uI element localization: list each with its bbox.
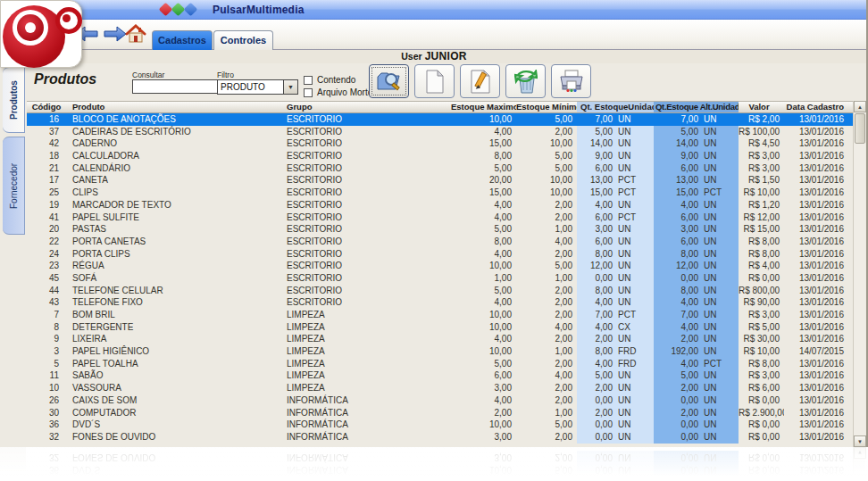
cell-qt-estoque-group: 7,00UN bbox=[577, 113, 654, 126]
print-button[interactable] bbox=[551, 64, 591, 98]
column-header-data-cadastro[interactable]: Data Cadastro bbox=[784, 102, 853, 112]
cell-grupo: ESCRITORIO bbox=[280, 113, 451, 126]
cell-qt-estoque: 14,00 bbox=[577, 137, 613, 150]
cell-qt-estoque-group: 8,00FRD bbox=[577, 345, 654, 358]
cell-qt-estoque-group: 0,00UN bbox=[577, 394, 654, 407]
table-row[interactable]: 37CADEIRAS DE ESCRITÓRIOESCRITORIO4,002,… bbox=[27, 126, 853, 138]
cell-qt-estoque: 15,00 bbox=[577, 187, 613, 199]
home-icon[interactable] bbox=[125, 24, 146, 44]
cell-estoque-maximo: 15,00 bbox=[451, 137, 516, 150]
filtro-dropdown-button[interactable]: ▼ bbox=[283, 80, 297, 94]
cell-grupo: LIMPEZA bbox=[280, 345, 451, 358]
table-row[interactable]: 22PORTA CANETASESCRITORIO8,004,006,00UN6… bbox=[27, 236, 853, 248]
table-row[interactable]: 45SOFÁESCRITORIO1,001,000,00UN0,00UNR$ 0… bbox=[27, 272, 853, 285]
column-header-valor[interactable]: Valor bbox=[739, 102, 784, 112]
cell-qt-estoque-group: 15,00PCT bbox=[577, 187, 654, 199]
cell-qt-estoque-group: 14,00UN bbox=[577, 137, 654, 150]
side-tab-produtos[interactable]: Produtos bbox=[3, 67, 25, 133]
cell-valor: R$ 100,00 bbox=[739, 126, 784, 138]
new-record-button[interactable] bbox=[414, 64, 455, 98]
table-row[interactable]: 44TELEFONE CELULARESCRITORIO5,002,008,00… bbox=[27, 285, 853, 297]
table-row[interactable]: 16BLOCO DE ANOTAÇÕESESCRITORIO10,005,007… bbox=[27, 113, 853, 126]
column-header-produto[interactable]: Produto bbox=[70, 102, 280, 112]
cell-codigo: 17 bbox=[27, 174, 70, 187]
cell-valor: R$ 2,00 bbox=[739, 113, 784, 126]
column-header-codigo[interactable]: Código bbox=[27, 102, 70, 112]
cell-estoque-minimo: 5,00 bbox=[516, 260, 577, 272]
consultar-input[interactable] bbox=[132, 79, 226, 94]
cell-data-cadastro: 13/01/2016 bbox=[784, 333, 853, 345]
cell-grupo: LIMPEZA bbox=[280, 333, 451, 345]
table-row[interactable]: 8DETERGENTELIMPEZA10,004,004,00CX4,00UNR… bbox=[27, 321, 853, 334]
table-row[interactable]: 41PAPEL SULFITEESCRITORIO4,002,006,00PCT… bbox=[27, 211, 853, 224]
table-row[interactable]: 36DVD´SINFORMÁTICA10,005,000,00UN0,00UNR… bbox=[27, 419, 853, 431]
table-row[interactable]: 9LIXEIRALIMPEZA4,002,002,00UN2,00UNR$ 30… bbox=[27, 333, 853, 345]
table-row[interactable]: 30COMPUTADORINFORMÁTICA2,001,002,00UN2,0… bbox=[27, 407, 853, 419]
table-row[interactable]: 23RÉGUAESCRITORIO10,005,0012,00UN12,00UN… bbox=[27, 260, 853, 272]
column-header-estoque-maximo[interactable]: Estoque Maximo bbox=[451, 102, 516, 112]
cell-unidade-2: UN bbox=[698, 296, 716, 309]
scroll-down-button[interactable]: ▼ bbox=[854, 435, 866, 447]
table-row[interactable]: 42CADERNOESCRITORIO15,0010,0014,00UN14,0… bbox=[27, 137, 853, 150]
cell-qt-estoque-alt: 4,00 bbox=[654, 321, 698, 334]
table-row[interactable]: 3PAPEL HIGIÊNICOLIMPEZA10,001,008,00FRD1… bbox=[27, 345, 853, 358]
contendo-checkbox[interactable] bbox=[304, 76, 313, 85]
cell-data-cadastro: 14/07/2015 bbox=[784, 345, 853, 358]
arquivo-morto-checkbox[interactable] bbox=[304, 88, 313, 97]
column-header-qt-estoque-alt-group[interactable]: Qt.Estoque Alt. Unidade bbox=[654, 102, 739, 112]
search-button[interactable] bbox=[369, 64, 409, 98]
table-row[interactable]: 10VASSOURALIMPEZA3,002,002,00UN2,00UNR$ … bbox=[27, 382, 853, 394]
table-row[interactable]: 11SABÃOLIMPEZA6,004,005,00UN5,00UNR$ 3,0… bbox=[27, 369, 853, 382]
table-row[interactable]: 24PORTA CLIPSESCRITORIO4,002,008,00UN8,0… bbox=[27, 248, 853, 261]
table-row[interactable]: 19MARCADOR DE TEXTOESCRITORIO4,002,004,0… bbox=[27, 199, 853, 211]
table-row[interactable]: 26CAIXS DE SOMINFORMÁTICA4,002,000,00UN0… bbox=[27, 394, 853, 407]
cell-valor: R$ 6,00 bbox=[739, 382, 784, 394]
column-header-grupo[interactable]: Grupo bbox=[280, 102, 451, 112]
tab-cadastros[interactable]: Cadastros bbox=[152, 30, 213, 50]
filtro-select[interactable]: PRODUTO ▼ bbox=[217, 79, 298, 95]
scroll-up-button[interactable]: ▲ bbox=[854, 101, 866, 112]
table-row[interactable]: 21CALENDÁRIOESCRITORIO5,005,006,00UN6,00… bbox=[27, 162, 853, 175]
cell-produto: CADERNO bbox=[70, 137, 280, 150]
cell-codigo: 25 bbox=[27, 187, 70, 199]
cell-codigo: 11 bbox=[27, 369, 70, 382]
cell-unidade-2: UN bbox=[698, 174, 716, 187]
cell-estoque-maximo: 5,00 bbox=[451, 162, 516, 175]
cell-produto: DETERGENTE bbox=[70, 321, 280, 334]
cell-unidade-2: UN bbox=[698, 272, 716, 285]
table-vertical-scrollbar[interactable]: ▲ ▼ bbox=[853, 101, 865, 447]
delete-record-button[interactable] bbox=[505, 64, 546, 98]
cell-produto: PAPEL TOALHA bbox=[70, 358, 280, 370]
cell-unidade-2: UN bbox=[698, 126, 716, 138]
cell-grupo: ESCRITORIO bbox=[280, 137, 451, 150]
cell-estoque-minimo: 2,00 bbox=[516, 394, 577, 407]
side-tab-fornecedor[interactable]: Fornecedor bbox=[3, 137, 25, 235]
cell-unidade-2: UN bbox=[698, 321, 716, 334]
table-row[interactable]: 5PAPEL TOALHALIMPEZA5,002,004,00FRD4,00P… bbox=[27, 358, 853, 370]
cell-estoque-minimo: 4,00 bbox=[516, 369, 577, 382]
table-row[interactable]: 18CALCULADORAESCRITORIO8,005,009,00UN9,0… bbox=[27, 150, 853, 162]
cell-estoque-minimo: 5,00 bbox=[516, 162, 577, 175]
cell-qt-estoque-alt-group: 2,00UN bbox=[654, 333, 739, 345]
table-row[interactable]: 20PASTASESCRITORIO5,001,003,00UN3,00UNR$… bbox=[27, 223, 853, 236]
table-row[interactable]: 43TELEFONE FIXOESCRITORIO4,002,004,00UN4… bbox=[27, 296, 853, 309]
cell-qt-estoque-group: 8,00UN bbox=[577, 248, 654, 261]
table-row[interactable]: 7BOM BRILLIMPEZA10,002,007,00PCT7,00UNR$… bbox=[27, 309, 853, 321]
cell-qt-estoque-alt-group: 6,00UN bbox=[654, 236, 739, 248]
tab-controles[interactable]: Controles bbox=[213, 30, 273, 50]
column-header-qt-estoque-group[interactable]: Qt. Estoque Unidade bbox=[577, 102, 654, 112]
edit-record-button[interactable] bbox=[460, 64, 500, 98]
table-row[interactable]: 17CANETAESCRITORIO20,0010,0013,00PCT13,0… bbox=[27, 174, 853, 187]
cell-estoque-maximo: 10,00 bbox=[451, 113, 516, 126]
table-row[interactable]: 32FONES DE OUVIDOINFORMÁTICA3,002,000,00… bbox=[27, 431, 853, 444]
cell-qt-estoque: 6,00 bbox=[577, 211, 613, 224]
column-header-estoque-minimo[interactable]: Estoque Mínimo bbox=[516, 102, 577, 112]
cell-qt-estoque: 8,00 bbox=[577, 285, 613, 297]
cell-grupo: ESCRITORIO bbox=[280, 126, 451, 138]
cell-qt-estoque-alt: 192,00 bbox=[654, 345, 698, 358]
cell-produto: RÉGUA bbox=[70, 260, 280, 272]
scrollbar-thumb[interactable] bbox=[855, 113, 865, 144]
cell-qt-estoque-alt-group: 0,00UN bbox=[654, 394, 739, 407]
table-row[interactable]: 25CLIPSESCRITORIO15,0010,0015,00PCT15,00… bbox=[27, 187, 853, 199]
forward-arrow-icon[interactable] bbox=[104, 26, 127, 42]
